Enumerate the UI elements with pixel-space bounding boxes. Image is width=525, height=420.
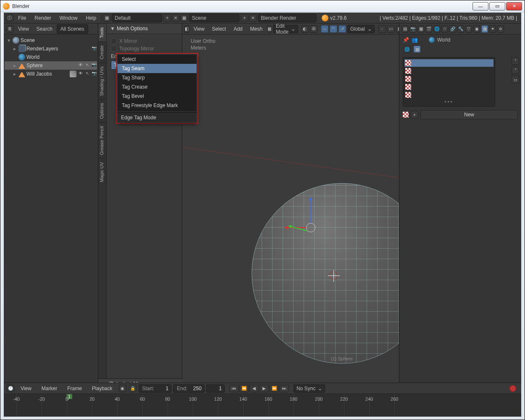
tree-item-sphere[interactable]: ▸ Sphere 👁↖📷 <box>5 61 97 70</box>
frame-current-field[interactable]: 1 <box>206 384 225 393</box>
texture-add-button[interactable]: + <box>411 111 418 118</box>
popup-item-tag-crease[interactable]: Tag Crease <box>118 82 197 92</box>
keyframe-next-icon[interactable]: ⏩ <box>270 385 279 392</box>
pivot-icon[interactable]: ⦿ <box>310 25 318 33</box>
scene-remove-button[interactable]: ✕ <box>249 14 257 22</box>
record-button[interactable] <box>509 385 516 392</box>
screen-layout-dropdown[interactable]: Default <box>112 14 162 22</box>
window-minimize-button[interactable]: — <box>472 2 488 10</box>
texture-slot-4[interactable] <box>404 91 494 99</box>
shading-mode-icon[interactable]: ◐ <box>301 25 309 33</box>
context-object-icon[interactable]: □ <box>441 25 448 33</box>
tree-item-world[interactable]: World <box>5 53 97 61</box>
jump-start-icon[interactable]: ⏮ <box>229 385 239 392</box>
texture-slot-3[interactable] <box>404 83 494 91</box>
restrict-render-icon[interactable]: 📷 <box>91 46 97 52</box>
sync-dropdown[interactable]: No Sync⌄ <box>294 384 325 393</box>
scene-icon[interactable]: ▦ <box>180 14 188 22</box>
menu-file[interactable]: File <box>14 13 30 23</box>
lock-icon[interactable]: 🔒 <box>129 385 136 392</box>
tab-options[interactable]: Options <box>98 99 106 122</box>
tree-scene-row[interactable]: ▾ Scene <box>5 36 97 45</box>
play-reverse-icon[interactable]: ◀ <box>249 385 259 392</box>
popup-item-select[interactable]: Select <box>118 55 197 64</box>
mode-icon[interactable]: ▦ <box>267 25 272 33</box>
editor-type-icon[interactable]: ⓘ <box>6 14 13 22</box>
slot-move-up-icon[interactable]: ˄ <box>512 57 519 65</box>
sphere-mesh[interactable]: (1) Sphere <box>252 183 399 364</box>
texture-slot-0[interactable] <box>404 59 494 67</box>
view3d-menu-view[interactable]: View <box>190 24 208 34</box>
timeline-menu-marker[interactable]: Marker <box>37 384 61 393</box>
manipulator-rotate-icon[interactable]: ◠ <box>330 25 337 33</box>
tree-item-armature[interactable]: ▸ Will Jacobs 👁↖📷 <box>5 70 97 78</box>
properties-type-icon[interactable]: ▤ <box>402 25 408 33</box>
restrict-view-icon[interactable]: 👁 <box>78 71 84 77</box>
scene-add-button[interactable]: + <box>241 14 248 22</box>
layout-add-button[interactable]: + <box>163 14 171 22</box>
jump-end-icon[interactable]: ⏭ <box>280 385 289 392</box>
play-icon[interactable]: ▶ <box>260 385 269 392</box>
keyframe-prev-icon[interactable]: ⏪ <box>239 385 249 392</box>
texture-slot-2[interactable] <box>404 75 494 83</box>
timeline-playhead[interactable]: 1 <box>68 394 69 400</box>
view3d-type-icon[interactable]: ◧ <box>184 25 189 33</box>
select-mode-face-icon[interactable]: ▦ <box>396 25 399 33</box>
mesh-options-header[interactable]: ▼Mesh Options <box>107 24 182 34</box>
topo-mirror-checkbox[interactable]: Topology Mirror <box>111 46 178 52</box>
outliner-menu-view[interactable]: View <box>15 25 32 33</box>
3d-cursor[interactable] <box>329 271 338 280</box>
context-world-icon[interactable]: 🌐 <box>433 25 440 33</box>
tab-shading-uvs[interactable]: Shading / UVs <box>98 63 106 99</box>
timeline-menu-view[interactable]: View <box>16 384 36 393</box>
menu-window[interactable]: Window <box>55 13 82 23</box>
layout-remove-button[interactable]: ✕ <box>172 14 179 22</box>
tab-magic-uv[interactable]: Magic UV <box>98 158 106 186</box>
tree-item-renderlayers[interactable]: ▸ RenderLayers 📷 <box>5 45 97 53</box>
restrict-select-icon[interactable]: ↖ <box>84 71 90 77</box>
outliner-type-icon[interactable]: ≣ <box>6 25 13 33</box>
z-axis-arrow[interactable] <box>310 198 311 223</box>
restrict-view-icon[interactable]: 👁 <box>78 63 84 68</box>
texture-type-world-icon[interactable]: 🌐 <box>403 45 411 53</box>
popup-item-tag-sharp[interactable]: Tag Sharp <box>118 73 197 82</box>
restrict-render-icon[interactable]: 📷 <box>91 71 97 77</box>
restrict-select-icon[interactable]: ↖ <box>84 63 90 68</box>
timeline-ruler[interactable]: 1 -40-2002040608010012014016018020022024… <box>4 394 521 417</box>
view3d-menu-add[interactable]: Add <box>230 24 246 34</box>
manipulator-scale-icon[interactable]: ↗ <box>339 25 346 33</box>
scene-dropdown[interactable]: Scene <box>189 14 239 22</box>
tab-create[interactable]: Create <box>98 42 106 63</box>
view3d-menu-select[interactable]: Select <box>209 24 229 34</box>
x-mirror-checkbox[interactable]: X Mirror <box>111 38 178 44</box>
context-modifiers-icon[interactable]: 🔧 <box>457 25 464 33</box>
menu-render[interactable]: Render <box>30 13 55 23</box>
popup-item-tag-seam[interactable]: Tag Seam <box>118 64 197 73</box>
context-data-icon[interactable]: ▽ <box>465 25 472 33</box>
context-scene-icon[interactable]: 🎬 <box>425 25 432 33</box>
slot-move-down-icon[interactable]: ˅ <box>512 66 519 74</box>
screen-layout-icon[interactable]: ▦ <box>103 14 110 22</box>
3d-manipulator[interactable] <box>306 223 315 232</box>
menu-help[interactable]: Help <box>81 13 100 23</box>
context-constraints-icon[interactable]: 🔗 <box>449 25 456 33</box>
timeline-menu-frame[interactable]: Frame <box>63 384 86 393</box>
popup-item-tag-bevel[interactable]: Tag Bevel <box>118 92 197 101</box>
manipulator-translate-icon[interactable]: ↔ <box>321 25 328 33</box>
pin-icon[interactable]: 📌 <box>403 37 409 43</box>
users-icon[interactable]: 👥 <box>412 37 418 43</box>
tab-tools[interactable]: Tools <box>98 24 106 42</box>
context-renderlayers-icon[interactable]: ▦ <box>417 25 424 33</box>
frame-start-field[interactable]: Start:1 <box>139 384 172 393</box>
frame-end-field[interactable]: End:250 <box>173 384 205 393</box>
texture-new-button[interactable]: New <box>420 110 518 119</box>
orientation-dropdown[interactable]: Global⌄ <box>347 25 375 33</box>
view3d-menu-mesh[interactable]: Mesh <box>247 24 266 34</box>
outliner-menu-search[interactable]: Search <box>33 25 56 33</box>
popup-item-tag-freestyle[interactable]: Tag Freestyle Edge Mark <box>118 101 197 110</box>
context-render-icon[interactable]: 📷 <box>410 25 416 33</box>
tab-grease-pencil[interactable]: Grease Pencil <box>98 122 106 158</box>
timeline-menu-playback[interactable]: Playback <box>88 384 117 393</box>
window-maximize-button[interactable]: ▭ <box>489 2 505 10</box>
auto-keyframe-icon[interactable]: ◉ <box>119 385 126 392</box>
